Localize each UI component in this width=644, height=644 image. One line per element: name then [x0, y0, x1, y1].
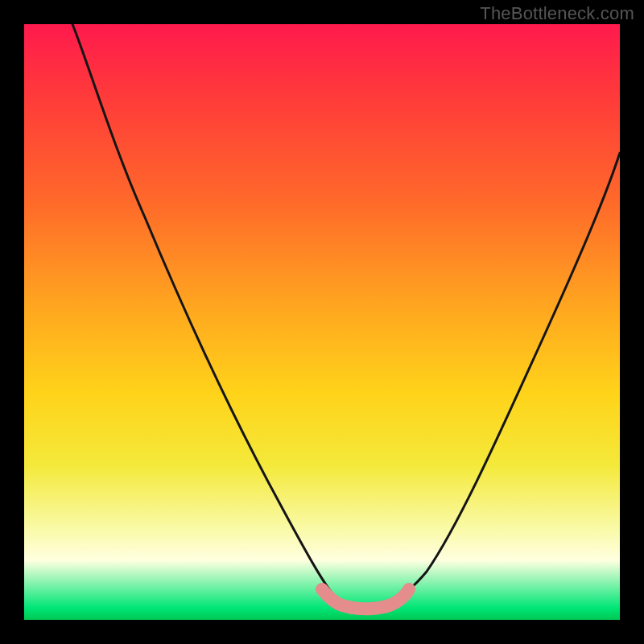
chart-frame: TheBottleneck.com [0, 0, 644, 644]
curve-layer [24, 24, 620, 620]
plateau-highlight [322, 589, 409, 609]
watermark-label: TheBottleneck.com [480, 3, 634, 24]
plot-area [24, 24, 620, 620]
bottleneck-curve [72, 24, 620, 608]
